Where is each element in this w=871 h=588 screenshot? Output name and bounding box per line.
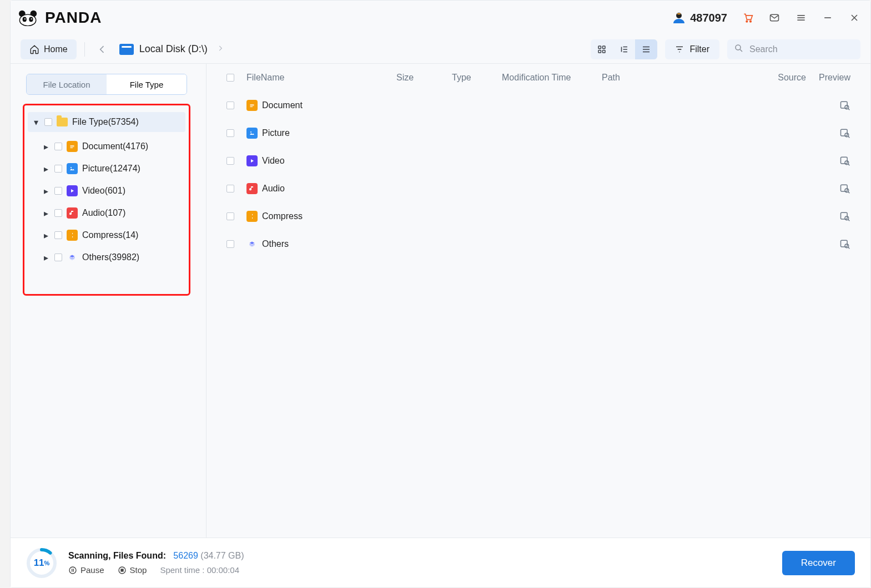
col-path[interactable]: Path: [602, 73, 756, 83]
row-checkbox[interactable]: [226, 212, 234, 220]
home-button[interactable]: Home: [21, 39, 77, 59]
stop-label: Stop: [130, 565, 147, 575]
tree-item-label: Document(4176): [82, 141, 148, 151]
row-preview-button[interactable]: [830, 183, 850, 194]
filter-label: Filter: [689, 44, 709, 54]
view-list-button[interactable]: [635, 39, 657, 59]
footer-info: Scanning, Files Found: 56269 (34.77 GB) …: [68, 551, 244, 575]
tree-root[interactable]: ▾ File Type(57354): [28, 112, 185, 132]
row-preview-button[interactable]: [830, 239, 850, 250]
mail-icon[interactable]: [768, 12, 781, 24]
col-type[interactable]: Type: [452, 73, 502, 83]
tree-item-pic[interactable]: ▸Picture(12474): [28, 158, 185, 180]
sidebar: File Location File Type ▾ File Type(5735…: [11, 64, 206, 538]
video-icon: [246, 155, 258, 166]
tree-children: ▸Document(4176)▸Picture(12474)▸Video(601…: [28, 135, 185, 268]
table-row[interactable]: Picture: [207, 119, 870, 147]
progress-value: 11: [34, 557, 44, 569]
svg-line-53: [848, 220, 850, 221]
others-icon: [246, 239, 258, 250]
svg-rect-37: [250, 107, 253, 107]
row-name: Audio: [262, 184, 830, 194]
tree-item-oth[interactable]: ▸Others(39982): [28, 246, 185, 268]
checkbox[interactable]: [54, 254, 62, 261]
menu-icon[interactable]: [795, 12, 807, 24]
tree-item-aud[interactable]: ▸Audio(107): [28, 202, 185, 224]
table-row[interactable]: Compress: [207, 202, 870, 230]
folder-icon: [57, 118, 68, 126]
svg-rect-51: [841, 212, 848, 219]
row-preview-button[interactable]: [830, 100, 850, 111]
row-name: Picture: [262, 128, 830, 138]
svg-rect-31: [71, 145, 74, 146]
svg-rect-32: [71, 146, 74, 147]
close-icon[interactable]: [848, 12, 860, 24]
svg-point-55: [845, 244, 849, 248]
caret-right-icon: ▸: [42, 230, 50, 241]
svg-rect-36: [250, 105, 254, 106]
breadcrumb-disk[interactable]: Local Disk (D:\): [119, 43, 224, 55]
checkbox[interactable]: [54, 165, 62, 173]
minimize-icon[interactable]: [822, 12, 834, 24]
row-checkbox[interactable]: [226, 129, 234, 137]
tree-item-doc[interactable]: ▸Document(4176): [28, 135, 185, 158]
table-row[interactable]: Others: [207, 230, 870, 258]
col-preview[interactable]: Preview: [806, 73, 850, 83]
checkbox[interactable]: [54, 209, 62, 217]
svg-point-43: [845, 133, 849, 137]
row-checkbox[interactable]: [226, 102, 234, 109]
svg-point-52: [845, 216, 849, 220]
checkbox[interactable]: [54, 143, 62, 150]
select-all-checkbox[interactable]: [226, 74, 234, 82]
progress-ring: 11%: [26, 548, 57, 579]
svg-point-6: [31, 18, 32, 19]
view-detail-button[interactable]: [613, 39, 635, 59]
svg-line-30: [740, 49, 742, 52]
row-preview-button[interactable]: [830, 155, 850, 166]
back-button[interactable]: [93, 40, 112, 59]
checkbox[interactable]: [44, 118, 52, 126]
tree-item-vid[interactable]: ▸Video(601): [28, 180, 185, 202]
titlebar-actions: 487097: [672, 11, 860, 24]
checkbox[interactable]: [54, 187, 62, 195]
svg-rect-21: [603, 50, 606, 53]
search-wrap: [727, 39, 860, 59]
col-source[interactable]: Source: [756, 73, 806, 83]
sidebar-tabs: File Location File Type: [26, 74, 187, 95]
tree-item-zip[interactable]: ▸Compress(14): [28, 224, 185, 246]
table-row[interactable]: Document: [207, 92, 870, 119]
col-size[interactable]: Size: [396, 73, 452, 83]
caret-right-icon: ▸: [42, 252, 50, 263]
row-checkbox[interactable]: [226, 157, 234, 165]
row-preview-button[interactable]: [830, 211, 850, 222]
row-name: Video: [262, 156, 830, 166]
caret-down-icon: ▾: [32, 117, 40, 128]
cart-icon[interactable]: [742, 12, 754, 24]
progress-unit: %: [44, 560, 50, 566]
stop-button[interactable]: Stop: [118, 565, 147, 575]
user-chip[interactable]: 487097: [672, 11, 727, 24]
svg-point-34: [71, 167, 72, 168]
col-filename[interactable]: FileName: [246, 73, 396, 83]
tab-file-type[interactable]: File Type: [107, 74, 187, 94]
others-icon: [67, 252, 78, 263]
spent-time: Spent time : 00:00:04: [160, 565, 239, 575]
pause-button[interactable]: Pause: [68, 565, 104, 575]
files-found-count: 56269: [173, 551, 198, 560]
checkbox[interactable]: [54, 231, 62, 239]
row-checkbox[interactable]: [226, 240, 234, 248]
recover-button[interactable]: Recover: [782, 551, 855, 575]
search-input[interactable]: [727, 39, 860, 59]
row-checkbox[interactable]: [226, 185, 234, 192]
tab-file-location[interactable]: File Location: [27, 74, 107, 94]
row-preview-button[interactable]: [830, 128, 850, 139]
filter-button[interactable]: Filter: [665, 39, 719, 59]
col-modification[interactable]: Modification Time: [502, 73, 602, 83]
footer: 11% Scanning, Files Found: 56269 (34.77 …: [11, 538, 870, 587]
picture-icon: [246, 128, 258, 139]
svg-rect-19: [603, 46, 606, 49]
svg-point-29: [736, 45, 741, 50]
view-grid-button[interactable]: [591, 39, 613, 59]
table-row[interactable]: Video: [207, 147, 870, 175]
table-row[interactable]: Audio: [207, 175, 870, 202]
